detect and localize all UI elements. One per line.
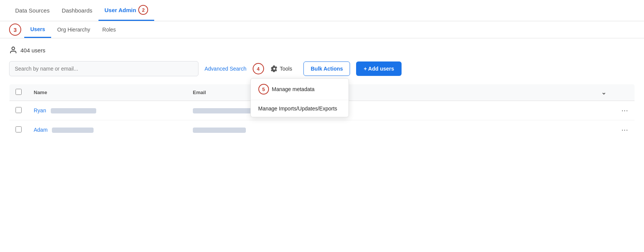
user-link-adam[interactable]: Adam: [34, 127, 48, 133]
row-name-ryan: Ryan: [28, 101, 187, 120]
table-row: Adam ⋯: [9, 120, 635, 140]
row-email-adam: [187, 120, 595, 140]
row-menu-button-ryan[interactable]: ⋯: [621, 107, 628, 114]
row-actions-adam: ⋯: [612, 120, 635, 140]
user-count-text: 404 users: [20, 47, 45, 54]
tab-roles[interactable]: Roles: [96, 21, 122, 38]
ryan-name-blurred: [51, 108, 96, 113]
row-checkbox-cell-adam: [9, 120, 28, 140]
row-name-adam: Adam: [28, 120, 187, 140]
annotation-4: 4: [253, 63, 264, 74]
row-checkbox-cell-ryan: [9, 101, 28, 120]
gear-icon: [271, 65, 278, 72]
row-actions-ryan: ⋯: [612, 101, 635, 120]
row-menu-button-adam[interactable]: ⋯: [621, 126, 628, 134]
tools-dropdown-wrapper: Tools 5 Manage metadata Manage Imports/U…: [266, 61, 298, 76]
sub-tabs: Users Org Hierarchy Roles: [24, 21, 635, 38]
nav-data-sources[interactable]: Data Sources: [9, 0, 56, 21]
annotation-5: 5: [258, 84, 269, 94]
dropdown-manage-metadata[interactable]: 5 Manage metadata: [251, 79, 349, 100]
row-chevron-ryan: [595, 101, 612, 120]
tools-button[interactable]: Tools: [266, 61, 298, 76]
svg-point-0: [12, 47, 14, 50]
user-admin-badge: 2: [138, 5, 148, 15]
dropdown-manage-imports[interactable]: Manage Imports/Updates/Exports: [251, 100, 349, 117]
header-checkbox-cell: [9, 84, 28, 101]
header-chevron: ⌄: [595, 84, 612, 101]
user-count-row: 404 users: [9, 46, 635, 54]
sort-chevron-icon[interactable]: ⌄: [601, 89, 606, 96]
bulk-actions-button[interactable]: Bulk Actions: [303, 61, 350, 76]
search-input[interactable]: [9, 61, 199, 76]
row-checkbox-adam[interactable]: [16, 126, 22, 132]
row-email-ryan: [187, 101, 595, 120]
adam-name-blurred: [52, 128, 94, 133]
header-actions: [612, 84, 635, 101]
header-email: Email: [187, 84, 595, 101]
user-icon: [9, 46, 17, 54]
row-checkbox-ryan[interactable]: [16, 107, 22, 113]
main-content: 404 users Advanced Search 4 Tools 5: [0, 38, 644, 140]
user-link-ryan[interactable]: Ryan: [34, 107, 46, 113]
ryan-email-blurred: [193, 108, 253, 113]
header-name: Name: [28, 84, 187, 101]
row-chevron-adam: [595, 120, 612, 140]
advanced-search-link[interactable]: Advanced Search: [205, 66, 247, 72]
tab-org-hierarchy[interactable]: Org Hierarchy: [51, 21, 96, 38]
adam-email-blurred: [193, 128, 246, 133]
tab-users[interactable]: Users: [24, 21, 51, 38]
tools-dropdown-menu: 5 Manage metadata Manage Imports/Updates…: [250, 78, 349, 117]
select-all-checkbox[interactable]: [16, 89, 22, 95]
search-actions-row: Advanced Search 4 Tools 5 Manage metadat…: [9, 61, 635, 76]
add-users-button[interactable]: + Add users: [356, 61, 402, 76]
nav-user-admin[interactable]: User Admin 2: [98, 0, 155, 21]
annotation-3: 3: [9, 24, 21, 36]
top-navigation: Data Sources Dashboards User Admin 2: [0, 0, 644, 21]
nav-dashboards[interactable]: Dashboards: [56, 0, 98, 21]
